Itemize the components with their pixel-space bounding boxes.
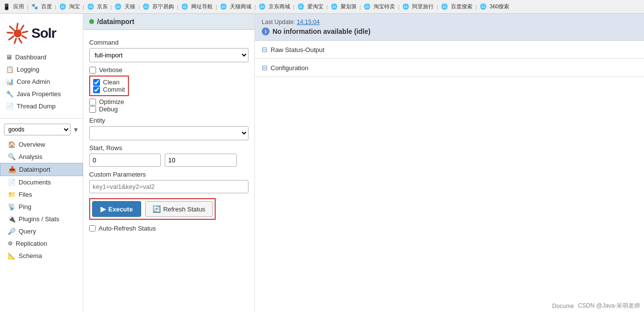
sidebar-item-thread-dump[interactable]: 📄 Thread Dump xyxy=(0,100,83,112)
execute-button[interactable]: ▶ Execute xyxy=(92,201,141,217)
browser-item[interactable]: 🌐 xyxy=(441,3,448,10)
browser-item-label[interactable]: 网址导航 xyxy=(191,3,213,10)
browser-item-label[interactable]: 应用 xyxy=(13,3,24,10)
core-select-arrow-icon: ▼ xyxy=(73,126,79,133)
panel-header: /dataimport xyxy=(83,14,254,30)
commit-checkbox-item: Commit xyxy=(93,86,125,93)
commit-checkbox[interactable] xyxy=(93,86,100,93)
browser-item[interactable]: 🌐 xyxy=(297,3,304,10)
auto-refresh-row: Auto-Refresh Status xyxy=(89,225,248,232)
status-text: No information available (idle) xyxy=(272,27,371,35)
content-area: /dataimport Command full-import delta-im… xyxy=(83,14,644,312)
command-select[interactable]: full-import delta-import status reload-c… xyxy=(89,48,248,62)
dataimport-panel: /dataimport Command full-import delta-im… xyxy=(83,14,644,312)
optimize-checkbox[interactable] xyxy=(89,99,96,105)
raw-status-section: ⊟ Raw Status-Output xyxy=(255,41,644,59)
sidebar-item-overview[interactable]: 🏠 Overview xyxy=(0,138,83,151)
browser-item[interactable]: 🌐 xyxy=(87,3,94,10)
browser-item[interactable]: 🌐 xyxy=(331,3,338,10)
browser-item[interactable]: 🌐 xyxy=(402,3,409,10)
entity-label: Entity xyxy=(89,117,248,124)
documents-icon: 📄 xyxy=(8,179,16,186)
browser-item-label[interactable]: 360搜索 xyxy=(490,3,509,10)
browser-item-label[interactable]: 淘宝特卖 xyxy=(373,3,395,10)
browser-item[interactable]: 🌐 xyxy=(259,3,266,10)
browser-item-label[interactable]: 阿里旅行 xyxy=(412,3,434,10)
last-update-time[interactable]: 14:15:04 xyxy=(297,19,320,26)
rows-input[interactable] xyxy=(165,154,236,167)
docume-label: Docume xyxy=(552,303,574,310)
sidebar-item-label: Java Properties xyxy=(17,90,61,98)
execute-button-label: Execute xyxy=(108,206,133,213)
sidebar-item-label: Core Admin xyxy=(17,78,50,85)
browser-item[interactable]: 🌐 xyxy=(480,3,487,10)
svg-line-7 xyxy=(9,36,14,40)
sidebar-item-replication[interactable]: ⚙ Replication xyxy=(0,237,83,250)
sidebar-item-query[interactable]: 🔎 Query xyxy=(0,225,83,237)
custom-params-input[interactable] xyxy=(89,180,248,193)
sidebar-item-core-admin[interactable]: 📊 Core Admin xyxy=(0,76,83,88)
entity-select[interactable] xyxy=(89,126,248,140)
debug-label: Debug xyxy=(99,105,118,113)
dashboard-icon: 🖥 xyxy=(6,53,12,61)
browser-item-label[interactable]: 京东商城 xyxy=(269,3,290,10)
clean-checkbox[interactable] xyxy=(93,79,100,86)
raw-status-header[interactable]: ⊟ Raw Status-Output xyxy=(255,41,644,58)
sidebar-item-ping[interactable]: 📡 Ping xyxy=(0,201,83,213)
browser-item[interactable]: 📱 xyxy=(3,3,10,10)
footer-watermark: Docume CSDN @Java-呆萌老师 xyxy=(548,300,644,312)
clean-commit-highlight-box: Clean Commit xyxy=(89,76,129,96)
sidebar-item-label: Query xyxy=(19,228,36,235)
verbose-checkbox[interactable] xyxy=(89,67,96,74)
browser-item-label[interactable]: 苏宁易购 xyxy=(152,3,174,10)
sidebar-item-plugins-stats[interactable]: 🔌 Plugins / Stats xyxy=(0,213,83,225)
browser-item[interactable]: 🌐 xyxy=(220,3,227,10)
auto-refresh-checkbox[interactable] xyxy=(89,225,96,232)
refresh-status-button[interactable]: 🔄 Refresh Status xyxy=(145,201,213,217)
browser-item[interactable]: 🌐 xyxy=(115,3,122,10)
sidebar-item-analysis[interactable]: 🔍 Analysis xyxy=(0,151,83,163)
browser-item-label[interactable]: 聚划算 xyxy=(341,3,357,10)
overview-icon: 🏠 xyxy=(8,141,16,148)
browser-item-label[interactable]: 天猫商城 xyxy=(230,3,251,10)
browser-item-label[interactable]: 京东 xyxy=(97,3,108,10)
browser-item[interactable]: 🐾 xyxy=(31,3,38,10)
auto-refresh-label: Auto-Refresh Status xyxy=(99,225,156,232)
command-label: Command xyxy=(89,39,248,46)
browser-item[interactable]: 🌐 xyxy=(59,3,66,10)
browser-item-label[interactable]: 爱淘宝 xyxy=(307,3,323,10)
logging-icon: 📋 xyxy=(6,66,14,73)
status-message: i No information available (idle) xyxy=(262,27,637,35)
sidebar-item-logging[interactable]: 📋 Logging xyxy=(0,63,83,76)
browser-item[interactable]: 🌐 xyxy=(143,3,149,10)
sidebar-item-dataimport[interactable]: 📥 Dataimport xyxy=(0,163,83,176)
sidebar-item-documents[interactable]: 📄 Documents xyxy=(0,176,83,188)
sidebar-item-files[interactable]: 📁 Files xyxy=(0,188,83,201)
left-panel: /dataimport Command full-import delta-im… xyxy=(83,14,255,312)
sidebar-item-label: Analysis xyxy=(19,153,42,160)
debug-checkbox-item: Debug xyxy=(89,105,248,113)
browser-item[interactable]: 🌐 xyxy=(181,3,188,10)
dataimport-icon: 📥 xyxy=(8,166,16,173)
configuration-header[interactable]: ⊟ Configuration xyxy=(255,59,644,77)
start-rows-row xyxy=(89,154,248,167)
clean-label: Clean xyxy=(103,78,120,86)
browser-item[interactable]: 🌐 xyxy=(364,3,371,10)
svg-line-2 xyxy=(21,26,24,30)
debug-checkbox[interactable] xyxy=(89,106,96,113)
core-select-dropdown[interactable]: goods xyxy=(4,124,71,135)
sidebar: Solr 🖥 Dashboard 📋 Logging 📊 Core Admin … xyxy=(0,14,83,312)
sidebar-item-label: Thread Dump xyxy=(17,103,55,110)
browser-item-label[interactable]: 天猫 xyxy=(124,3,135,10)
start-input[interactable] xyxy=(89,154,161,167)
clean-checkbox-item: Clean xyxy=(93,78,125,86)
sidebar-item-schema[interactable]: 📐 Schema xyxy=(0,250,83,262)
browser-item-label[interactable]: 百度 xyxy=(41,3,52,10)
commit-label: Commit xyxy=(103,86,125,93)
sidebar-item-java-properties[interactable]: 🔧 Java Properties xyxy=(0,88,83,100)
thread-dump-icon: 📄 xyxy=(6,103,14,110)
browser-item-label[interactable]: 百度搜索 xyxy=(451,3,472,10)
browser-item-label[interactable]: 淘宝 xyxy=(69,3,80,10)
sidebar-item-dashboard[interactable]: 🖥 Dashboard xyxy=(0,51,83,63)
svg-line-3 xyxy=(23,31,27,32)
